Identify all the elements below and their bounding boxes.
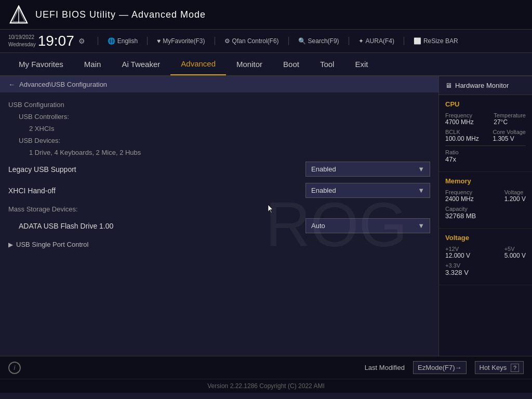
topbar-date: 10/19/2022 Wednesday	[8, 34, 36, 48]
usb-controllers-value: 2 XHCIs	[8, 123, 430, 135]
xhci-handoff-dropdown[interactable]: Enabled ▼	[305, 183, 430, 198]
usb-config-label: USB Configuration	[8, 99, 430, 111]
topbar-divider-2	[147, 37, 148, 45]
globe-icon: 🌐	[108, 37, 115, 45]
header: UEFI BIOS Utility — Advanced Mode	[0, 0, 532, 30]
xhci-handoff-label: XHCI Hand-off	[8, 187, 305, 195]
settings-gear-icon[interactable]: ⚙	[78, 37, 85, 45]
hw-memory-section: Memory Frequency 2400 MHz Voltage 1.200 …	[439, 172, 532, 229]
nav-item-exit[interactable]: Exit	[344, 54, 378, 75]
version-bar: Version 2.22.1286 Copyright (C) 2022 AMI	[0, 379, 532, 393]
adata-usb-row: ADATA USB Flash Drive 1.00 Auto ▼	[8, 215, 430, 236]
hw-mem-volt-value: 1.200 V	[504, 195, 526, 203]
topbar: 10/19/2022 Wednesday 19:07 ⚙ 🌐 English ♥…	[0, 30, 532, 53]
hot-keys-button[interactable]: Hot Keys ?	[475, 361, 524, 374]
app-title: UEFI BIOS Utility — Advanced Mode	[35, 9, 524, 20]
mass-storage-label: Mass Storage Devices:	[8, 201, 430, 215]
legacy-usb-dropdown-arrow-icon: ▼	[418, 165, 424, 173]
legacy-usb-row: Legacy USB Support Enabled ▼	[8, 158, 430, 180]
last-modified-label: Last Modified	[365, 364, 405, 371]
topbar-divider-1	[98, 37, 98, 45]
hw-cpu-divider	[445, 145, 526, 146]
hw-mem-volt-label: Voltage	[504, 189, 526, 195]
hw-voltage-section: Voltage +12V 12.000 V +5V 5.000 V +3.3V …	[439, 229, 532, 285]
breadcrumb-path: Advanced\USB Configuration	[19, 81, 107, 88]
hw-cpu-bclk-label: BCLK	[445, 129, 479, 135]
topbar-divider-4	[288, 37, 289, 45]
hw-cpu-freq-label: Frequency	[445, 112, 474, 118]
adata-usb-label: ADATA USB Flash Drive 1.00	[8, 222, 305, 230]
content-area: ← Advanced\USB Configuration ROG USB Con…	[0, 76, 438, 356]
hw-cpu-freq-row: Frequency 4700 MHz Temperature 27°C	[445, 112, 526, 126]
hw-cpu-ratio-row: Ratio 47x	[445, 149, 526, 163]
topbar-language[interactable]: 🌐 English	[104, 36, 141, 46]
hw-mem-freq-value: 2400 MHz	[445, 195, 474, 203]
legacy-usb-label: Legacy USB Support	[8, 165, 305, 174]
usb-devices-label: USB Devices:	[8, 135, 430, 147]
topbar-search[interactable]: 🔍 Search(F9)	[295, 36, 342, 46]
hw-mem-cap-label: Capacity	[445, 206, 526, 212]
hw-cpu-section: CPU Frequency 4700 MHz Temperature 27°C …	[439, 95, 532, 172]
info-icon: i	[8, 362, 21, 374]
usb-devices-value: 1 Drive, 4 Keyboards, 2 Mice, 2 Hubs	[8, 147, 430, 158]
hw-monitor-title: 🖥 Hardware Monitor	[439, 76, 532, 95]
topbar-qfan[interactable]: ⚙ Qfan Control(F6)	[221, 36, 282, 46]
hw-memory-freq-row: Frequency 2400 MHz Voltage 1.200 V	[445, 189, 526, 203]
nav-item-aitweaker[interactable]: Ai Tweaker	[111, 54, 170, 75]
topbar-time: 19:07	[38, 33, 74, 49]
hw-33v-row: +3.3V 3.328 V	[445, 262, 526, 276]
hw-cpu-bclk-row: BCLK 100.00 MHz Core Voltage 1.305 V	[445, 129, 526, 142]
hw-cpu-bclk-value: 100.00 MHz	[445, 135, 479, 142]
breadcrumb[interactable]: ← Advanced\USB Configuration	[0, 76, 438, 92]
search-icon: 🔍	[298, 37, 306, 45]
nav-item-myfavorites[interactable]: My Favorites	[8, 54, 74, 75]
hw-cpu-temp-label: Temperature	[494, 112, 526, 118]
hw-memory-cap-row: Capacity 32768 MB	[445, 206, 526, 220]
logo	[8, 4, 29, 25]
hw-33v-value: 3.328 V	[445, 269, 526, 276]
nav-item-main[interactable]: Main	[74, 54, 112, 75]
hw-12v-label: +12V	[445, 246, 470, 252]
xhci-handoff-dropdown-arrow-icon: ▼	[418, 187, 424, 194]
hw-cpu-ratio-value: 47x	[445, 155, 526, 163]
main-layout: ← Advanced\USB Configuration ROG USB Con…	[0, 76, 532, 356]
nav-item-tool[interactable]: Tool	[310, 54, 345, 75]
xhci-handoff-value: Enabled	[311, 187, 336, 194]
topbar-resizebar[interactable]: ⬜ ReSize BAR	[410, 36, 461, 46]
right-panel: 🖥 Hardware Monitor CPU Frequency 4700 MH…	[438, 76, 532, 356]
hw-voltage-title: Voltage	[445, 234, 526, 242]
expand-arrow-icon: ▶	[8, 241, 13, 248]
hw-5v-label: +5V	[504, 246, 526, 252]
adata-usb-value: Auto	[311, 222, 325, 230]
monitor-icon: 🖥	[445, 82, 452, 89]
back-arrow-icon[interactable]: ←	[8, 81, 15, 88]
nav-item-advanced[interactable]: Advanced	[170, 53, 226, 75]
hw-5v-value: 5.000 V	[504, 252, 526, 259]
footer-info: i	[8, 362, 21, 374]
adata-usb-dropdown-arrow-icon: ▼	[418, 222, 424, 230]
usb-single-port-section[interactable]: ▶ USB Single Port Control	[8, 236, 430, 250]
aura-icon: ✦	[358, 37, 364, 45]
hw-cpu-title: CPU	[445, 100, 526, 108]
usb-single-port-label: USB Single Port Control	[16, 241, 88, 248]
hot-keys-icon: ?	[511, 364, 519, 372]
nav-menu: My Favorites Main Ai Tweaker Advanced Mo…	[0, 53, 532, 76]
topbar-divider-6	[404, 37, 404, 45]
topbar-divider-3	[215, 37, 215, 45]
fan-icon: ⚙	[224, 37, 230, 45]
hw-cpu-ratio-label: Ratio	[445, 149, 526, 155]
nav-item-boot[interactable]: Boot	[273, 54, 310, 75]
ez-mode-button[interactable]: EzMode(F7)→	[413, 361, 467, 374]
legacy-usb-dropdown[interactable]: Enabled ▼	[305, 162, 430, 177]
hw-33v-label: +3.3V	[445, 262, 526, 269]
content-body: ROG USB Configuration USB Controllers: 2…	[0, 92, 438, 356]
topbar-myfavorite[interactable]: ♥ MyFavorite(F3)	[154, 36, 208, 46]
usb-controllers-label: USB Controllers:	[8, 111, 430, 123]
xhci-handoff-row: XHCI Hand-off Enabled ▼	[8, 180, 430, 201]
hw-volt-12v-row: +12V 12.000 V +5V 5.000 V	[445, 246, 526, 259]
hw-12v-value: 12.000 V	[445, 252, 470, 259]
adata-usb-dropdown[interactable]: Auto ▼	[305, 218, 430, 233]
nav-item-monitor[interactable]: Monitor	[226, 54, 273, 75]
topbar-aura[interactable]: ✦ AURA(F4)	[355, 36, 397, 46]
topbar-divider-5	[349, 37, 349, 45]
